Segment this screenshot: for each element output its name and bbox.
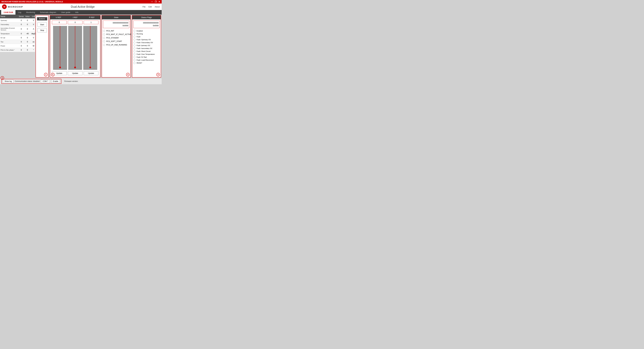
status-item-label: Enabled — [136, 30, 143, 32]
maximize-icon[interactable]: ❐ — [155, 0, 157, 3]
tab-userguide[interactable]: User guide — [59, 10, 72, 14]
row-value: 0 — [24, 41, 30, 43]
comm-status-value: disabled — [33, 80, 40, 82]
update-buttons: Update Update Update — [50, 70, 100, 76]
status-radio[interactable] — [134, 42, 136, 44]
col-sense: Sense — [18, 16, 24, 18]
status-item-label: Fault: Iprimary OC — [136, 44, 150, 46]
status-item: Fault — [134, 36, 160, 38]
vref-input[interactable]: 0 — [52, 20, 66, 24]
stop-button[interactable]: Stop — [38, 28, 47, 32]
state-radio[interactable] — [103, 44, 105, 46]
status-item: RESET — [134, 62, 160, 64]
status-radio[interactable] — [134, 44, 136, 46]
vref-slider-thumb[interactable] — [59, 66, 61, 68]
row-name: Tsw — [0, 41, 18, 43]
enable-button[interactable]: Enable — [51, 80, 60, 83]
status-radio[interactable] — [134, 56, 136, 58]
vref-slider-line — [60, 26, 60, 68]
tab-bar: 11kW DAB Log Monitoring Schematic diagra… — [0, 10, 162, 14]
measurements-panel: Name Sense Value Unit Plot Vprimary 0 0 … — [0, 14, 35, 78]
table-row: Prim to Sec phase ° 0 0 ° — [0, 48, 35, 52]
pref-input[interactable]: 1 — [84, 20, 98, 24]
annotation-2: 2 — [51, 73, 54, 76]
table-row: 5V rail 0 0 V — [0, 36, 35, 40]
iref-input[interactable]: 0 — [68, 20, 82, 24]
vref-slider-track — [53, 26, 67, 70]
menu-edit[interactable]: Edit — [148, 6, 152, 8]
state-item: PCS_WAIT_IF_FAULT_ACTIVE — [103, 33, 129, 36]
status-item-label: Fault: 5V Rail — [136, 56, 147, 58]
row-name: Vsecondary — [0, 24, 18, 25]
status-item: Running — [134, 33, 160, 35]
status-radio[interactable] — [134, 30, 136, 32]
state-bin: 0000000000000000 — [104, 22, 128, 24]
status-item-label: Fault: Vprimary OV — [136, 39, 151, 40]
row-sense: 0 — [18, 45, 24, 47]
status-radio[interactable] — [134, 59, 136, 61]
status-radio[interactable] — [134, 62, 136, 64]
vref-label: V REF — [50, 16, 67, 18]
vref-slider-container[interactable] — [53, 26, 67, 70]
status-radio[interactable] — [134, 50, 136, 52]
state-radio[interactable] — [103, 37, 105, 39]
minimize-icon[interactable]: — — [151, 0, 153, 3]
iref-slider-thumb[interactable] — [74, 66, 76, 68]
status-item-label: RESET — [136, 62, 142, 64]
com-button[interactable]: COM ? — [41, 80, 50, 83]
status-item: Fault: Isecondary OC — [134, 47, 160, 50]
menu-about[interactable]: About — [155, 6, 160, 8]
status-radio[interactable] — [134, 33, 136, 35]
row-value: -40 — [24, 33, 30, 35]
status-radio[interactable] — [134, 53, 136, 55]
main-content: Name Sense Value Unit Plot Vprimary 0 0 … — [0, 14, 162, 78]
iref-update-button[interactable]: Update — [68, 71, 82, 75]
sliders-area — [50, 25, 100, 70]
ref-panel: V REF I REF P REF 0 0 1 — [50, 15, 100, 78]
state-radio[interactable] — [103, 40, 105, 42]
status-item: Fault: Iprimary OC — [134, 44, 160, 46]
tab-11kw-dab[interactable]: 11kW DAB — [1, 10, 16, 14]
menu-file[interactable]: File — [142, 6, 146, 8]
tab-info[interactable]: Info — [73, 10, 81, 14]
status-bin: 0000000000000000 — [134, 22, 158, 24]
state-radio[interactable] — [103, 33, 105, 36]
row-value: 0 — [24, 37, 30, 39]
status-item: Fault: Vprimary OV — [134, 38, 160, 41]
row-sense: 0 — [18, 49, 24, 51]
title-bar-controls[interactable]: — ❐ ✕ — [151, 0, 160, 3]
table-row: Vprimary 0 0 V — [0, 18, 35, 22]
pref-slider-thumb[interactable] — [89, 66, 91, 68]
status-item: Fault: Load Disconnect — [134, 59, 160, 61]
iref-slider-container[interactable] — [68, 26, 82, 70]
start-button[interactable]: Start — [38, 22, 47, 27]
pref-slider-container[interactable] — [83, 26, 97, 70]
iref-slider-line — [75, 26, 75, 68]
title-bar: MICROCHIP POWER BOARD VISUALIZER (2.2.5.… — [0, 0, 162, 4]
row-value: 0 — [24, 45, 30, 47]
state-radio[interactable] — [103, 30, 105, 32]
show-log-button[interactable]: Show log — [3, 80, 13, 83]
status-item: Fault: Short Circuit — [134, 50, 160, 52]
state-item: PCS_STANDBY — [103, 37, 129, 39]
tab-monitoring[interactable]: Monitoring — [24, 10, 37, 14]
menu-area: File Edit About — [142, 6, 160, 8]
status-hex: 0x0000 — [134, 24, 158, 27]
status-item: Fault: Over Temperature — [134, 53, 160, 55]
status-radio[interactable] — [134, 36, 136, 38]
pref-update-button[interactable]: Update — [84, 71, 98, 75]
close-icon[interactable]: ✕ — [158, 0, 160, 3]
state-item: PCS_INIT — [103, 30, 129, 32]
tab-log[interactable]: Log — [16, 10, 24, 14]
firmware-label: Firmware version: — [64, 80, 78, 82]
state-item: PCS_SOFT_START — [103, 40, 129, 42]
row-sense: 0 — [18, 33, 24, 35]
tab-schematic[interactable]: Schematic diagram — [38, 10, 58, 14]
row-sense: 0 — [18, 24, 24, 26]
row-value: 0 — [24, 49, 30, 51]
status-radio[interactable] — [134, 47, 136, 50]
table-row: Tsw 0 0 us — [0, 40, 35, 44]
status-item-label: Fault: Load Disconnect — [136, 59, 154, 61]
status-radio[interactable] — [134, 38, 136, 41]
row-name: 5V rail — [0, 37, 18, 38]
